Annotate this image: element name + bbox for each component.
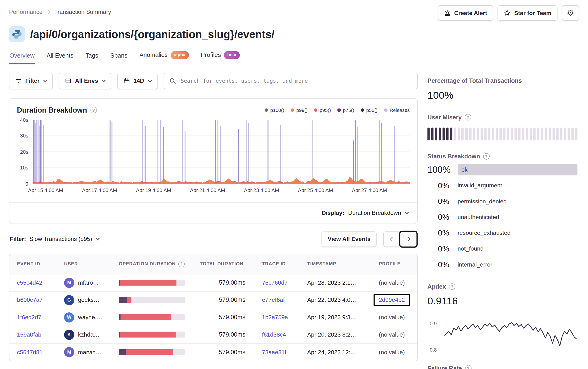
- misery-segment: [450, 127, 452, 140]
- legend-dot: [361, 108, 364, 112]
- create-alert-button[interactable]: Create Alert: [438, 5, 493, 21]
- event-id-link[interactable]: 1f6ed2d7: [17, 314, 42, 320]
- legend-item-Releases[interactable]: Releases: [384, 107, 410, 113]
- events-filter-label: Filter:: [10, 236, 26, 242]
- environment-dropdown[interactable]: All Envs: [59, 72, 111, 89]
- table-header-row: EVENT IDUSEROPERATION DURATION?TOTAL DUR…: [10, 254, 417, 274]
- profile-cell: (no value): [379, 279, 410, 286]
- apdex-title: Apdex?: [428, 283, 578, 290]
- trace-id-cell: f61d38c4: [262, 331, 307, 338]
- misery-segment: [484, 127, 487, 140]
- y-axis: 40s30s20s10s0: [10, 120, 33, 184]
- tab-all-events[interactable]: All Events: [46, 52, 74, 64]
- chevron-down-icon: [405, 210, 409, 214]
- help-icon[interactable]: ?: [90, 107, 97, 113]
- chevron-down-icon: [101, 78, 106, 82]
- trace-id-link[interactable]: e77ef6af: [262, 297, 285, 303]
- window-icon: [65, 77, 72, 84]
- previous-page-button[interactable]: [383, 231, 400, 247]
- operation-duration-cell: [119, 314, 200, 320]
- top-bar: Performance Transaction Summary Create A…: [9, 5, 579, 21]
- y-tick: 30s: [20, 133, 28, 139]
- misery-segment: [480, 127, 483, 140]
- tab-anomalies[interactable]: Anomaliesalpha: [139, 51, 189, 64]
- legend-item-p75[interactable]: p75(): [337, 107, 354, 113]
- search-bar[interactable]: [163, 72, 418, 89]
- help-icon[interactable]: ?: [178, 261, 185, 267]
- profile-id-link[interactable]: 2d99e4b2: [379, 297, 405, 303]
- timestamp-cell: Apr 20, 2023 3:2…: [307, 331, 379, 338]
- misery-segment: [556, 127, 559, 140]
- star-for-team-button[interactable]: Star for Team: [498, 5, 557, 21]
- duration-breakdown-header: Duration Breakdown ? p100()p99()p95()p75…: [10, 99, 417, 114]
- trace-id-link[interactable]: 76c760d7: [262, 279, 288, 286]
- event-id-link[interactable]: 159a0fab: [17, 331, 42, 338]
- help-icon[interactable]: ?: [465, 114, 471, 120]
- settings-button[interactable]: ⚙: [562, 5, 579, 21]
- date-range-label: 14D: [134, 77, 144, 84]
- misery-segment: [454, 127, 456, 140]
- breadcrumb-performance[interactable]: Performance: [9, 9, 42, 16]
- legend-item-p50[interactable]: p50(): [361, 107, 378, 113]
- event-id-cell: 1f6ed2d7: [17, 314, 64, 320]
- next-page-button[interactable]: [400, 231, 417, 247]
- status-row-invalid_argument: 0%invalid_argument: [428, 179, 578, 191]
- avatar: M: [64, 347, 74, 357]
- operation-duration-bar: [119, 332, 185, 338]
- status-label: invalid_argument: [458, 182, 502, 189]
- status-row-permission_denied: 0%permission_denied: [428, 195, 578, 207]
- tab-bar: OverviewAll EventsTagsSpansAnomaliesalph…: [9, 51, 579, 64]
- legend-item-p99[interactable]: p99(): [291, 107, 308, 113]
- duration-chart-plot[interactable]: [33, 120, 410, 184]
- tab-overview[interactable]: Overview: [9, 52, 35, 64]
- x-tick: Apr 25 4:00 AM: [298, 187, 333, 193]
- status-percentage: 100%: [428, 164, 449, 175]
- trace-id-cell: 73aae81f: [262, 349, 307, 356]
- misery-segment: [560, 127, 562, 140]
- trace-id-link[interactable]: 73aae81f: [262, 349, 286, 355]
- content: Filter All Envs: [9, 72, 579, 369]
- status-label: resource_exhausted: [458, 229, 511, 236]
- help-icon[interactable]: ?: [483, 153, 489, 160]
- trace-id-link[interactable]: 1b2a759a: [262, 314, 288, 320]
- status-row-ok: 100%ok: [428, 164, 578, 176]
- display-dropdown[interactable]: Duration Breakdown: [345, 207, 411, 219]
- tab-tags[interactable]: Tags: [85, 52, 99, 64]
- legend-item-p95[interactable]: p95(): [314, 107, 331, 113]
- view-all-events-label: View All Events: [328, 236, 370, 242]
- legend-item-p100[interactable]: p100(): [265, 107, 284, 113]
- misery-segment: [552, 127, 555, 140]
- bar-segment-red: [121, 314, 171, 320]
- events-filter-dropdown[interactable]: Filter: Slow Transactions (p95): [10, 233, 102, 245]
- tab-profiles[interactable]: Profilesbeta: [200, 51, 240, 64]
- chevron-down-icon: [95, 236, 100, 240]
- misery-segment: [477, 127, 479, 140]
- environment-dropdown-label: All Envs: [75, 77, 98, 84]
- help-icon[interactable]: ?: [449, 283, 455, 290]
- filter-dropdown[interactable]: Filter: [9, 72, 53, 89]
- status-breakdown-rows: 100%ok0%invalid_argument0%permission_den…: [428, 164, 578, 270]
- misery-segment: [492, 127, 494, 140]
- legend-dot: [265, 108, 268, 112]
- search-input[interactable]: [180, 77, 412, 84]
- misery-segment: [545, 127, 547, 140]
- tab-spans[interactable]: Spans: [110, 52, 128, 64]
- view-all-events-button[interactable]: View All Events: [322, 231, 376, 247]
- event-id-link[interactable]: c5647d81: [17, 349, 42, 355]
- event-id-link[interactable]: c55c4d42: [17, 279, 42, 286]
- create-alert-label: Create Alert: [454, 10, 487, 16]
- help-icon[interactable]: ?: [465, 365, 471, 369]
- misery-segment: [537, 127, 539, 140]
- status-percentage: 0%: [428, 197, 449, 206]
- event-id-link[interactable]: b600c7a7: [17, 297, 42, 303]
- misery-segment: [511, 127, 513, 140]
- operation-duration-bar: [119, 297, 185, 303]
- timestamp-cell: Apr 22, 2023 4:0…: [307, 297, 379, 303]
- misery-segment: [431, 127, 434, 140]
- date-range-dropdown[interactable]: 14D: [117, 72, 157, 89]
- x-tick: Apr 19 4:00 AM: [136, 187, 171, 193]
- misery-segment: [549, 127, 551, 140]
- trace-id-link[interactable]: f61d38c4: [262, 331, 286, 338]
- user-misery-section: User Misery?: [428, 114, 578, 140]
- timestamp-cell: Apr 19, 2023 9:3…: [307, 314, 379, 320]
